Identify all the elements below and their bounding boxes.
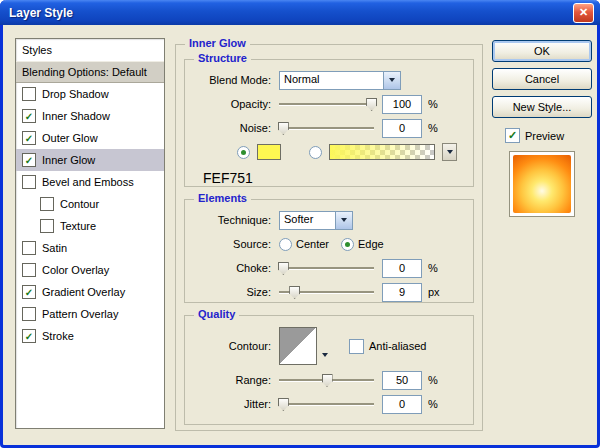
- glow-color-swatch[interactable]: [257, 144, 281, 160]
- contour-label: Contour:: [195, 340, 271, 352]
- gradient-picker-arrow[interactable]: [442, 143, 457, 161]
- checkbox-stroke[interactable]: [22, 329, 36, 343]
- new-style-button[interactable]: New Style...: [492, 96, 592, 118]
- slider-thumb[interactable]: [289, 286, 300, 299]
- contour-row: Contour: Anti-aliased: [189, 324, 469, 368]
- styles-effect-items: Drop ShadowInner ShadowOuter GlowInner G…: [16, 83, 164, 347]
- chevron-down-icon[interactable]: [335, 212, 352, 229]
- checkbox-drop-shadow[interactable]: [22, 87, 36, 101]
- choke-slider[interactable]: [279, 260, 374, 276]
- noise-slider[interactable]: [279, 120, 374, 136]
- opacity-label: Opacity:: [195, 98, 271, 110]
- styles-item-label: Gradient Overlay: [42, 286, 125, 298]
- glow-preview-image: [513, 155, 571, 213]
- slider-thumb[interactable]: [366, 98, 377, 111]
- range-input[interactable]: [382, 371, 422, 390]
- size-label: Size:: [195, 286, 271, 298]
- triangle-icon: [322, 353, 328, 357]
- slider-track: [279, 267, 374, 269]
- noise-input[interactable]: [382, 119, 422, 138]
- jitter-label: Jitter:: [195, 398, 271, 410]
- choke-unit: %: [428, 262, 438, 274]
- styles-item-outer-glow[interactable]: Outer Glow: [16, 127, 164, 149]
- styles-item-satin[interactable]: Satin: [16, 237, 164, 259]
- checkbox-outer-glow[interactable]: [22, 131, 36, 145]
- preview-checkbox[interactable]: [505, 128, 520, 143]
- styles-list: Styles Blending Options: Default Drop Sh…: [15, 38, 165, 429]
- checkbox-pattern-overlay[interactable]: [22, 307, 36, 321]
- size-input[interactable]: [382, 283, 422, 302]
- glow-color-row: [189, 140, 469, 164]
- source-center-radio[interactable]: [279, 238, 292, 251]
- styles-item-label: Contour: [60, 198, 99, 210]
- styles-item-inner-shadow[interactable]: Inner Shadow: [16, 105, 164, 127]
- technique-select[interactable]: Softer: [279, 211, 353, 230]
- gradient-preview[interactable]: [329, 144, 435, 160]
- styles-header[interactable]: Styles: [16, 39, 164, 61]
- styles-item-inner-glow[interactable]: Inner Glow: [16, 149, 164, 171]
- range-label: Range:: [195, 374, 271, 386]
- choke-row: Choke: %: [189, 256, 469, 280]
- styles-item-label: Outer Glow: [42, 132, 98, 144]
- action-column: OK Cancel New Style... Preview: [489, 40, 595, 217]
- styles-item-bevel-and-emboss[interactable]: Bevel and Emboss: [16, 171, 164, 193]
- quality-group: Quality Contour: Anti-aliased Range: %: [184, 315, 474, 425]
- solid-color-radio[interactable]: [237, 146, 250, 159]
- ok-button[interactable]: OK: [492, 40, 592, 62]
- checkbox-satin[interactable]: [22, 241, 36, 255]
- contour-picker-arrow[interactable]: [319, 348, 331, 362]
- technique-value: Softer: [280, 212, 335, 229]
- blend-mode-select[interactable]: Normal: [279, 71, 401, 90]
- range-slider[interactable]: [279, 372, 374, 388]
- structure-group: Structure Blend Mode: Normal Opacity: % …: [184, 59, 474, 187]
- window-titlebar[interactable]: Layer Style ✕: [0, 0, 600, 25]
- checkbox-color-overlay[interactable]: [22, 263, 36, 277]
- checkbox-bevel-and-emboss[interactable]: [22, 175, 36, 189]
- quality-legend: Quality: [194, 308, 239, 320]
- checkbox-inner-glow[interactable]: [22, 153, 36, 167]
- size-slider[interactable]: [279, 284, 374, 300]
- opacity-unit: %: [428, 98, 438, 110]
- styles-item-label: Bevel and Emboss: [42, 176, 134, 188]
- checkbox-texture[interactable]: [40, 219, 54, 233]
- range-unit: %: [428, 374, 438, 386]
- styles-item-stroke[interactable]: Stroke: [16, 325, 164, 347]
- opacity-slider[interactable]: [279, 96, 374, 112]
- choke-label: Choke:: [195, 262, 271, 274]
- jitter-row: Jitter: %: [189, 392, 469, 416]
- checkbox-inner-shadow[interactable]: [22, 109, 36, 123]
- checkbox-contour[interactable]: [40, 197, 54, 211]
- gradient-radio[interactable]: [309, 146, 322, 159]
- jitter-input[interactable]: [382, 395, 422, 414]
- styles-item-gradient-overlay[interactable]: Gradient Overlay: [16, 281, 164, 303]
- choke-input[interactable]: [382, 259, 422, 278]
- color-hex-annotation: FEF751: [203, 170, 253, 186]
- styles-item-pattern-overlay[interactable]: Pattern Overlay: [16, 303, 164, 325]
- contour-picker[interactable]: [279, 327, 317, 365]
- styles-item-contour[interactable]: Contour: [16, 193, 164, 215]
- blending-options-label: Blending Options: Default: [22, 66, 147, 78]
- styles-item-label: Satin: [42, 242, 67, 254]
- styles-item-blending-options[interactable]: Blending Options: Default: [16, 61, 164, 83]
- source-edge-radio[interactable]: [341, 238, 354, 251]
- checkbox-gradient-overlay[interactable]: [22, 285, 36, 299]
- styles-item-texture[interactable]: Texture: [16, 215, 164, 237]
- styles-item-drop-shadow[interactable]: Drop Shadow: [16, 83, 164, 105]
- jitter-slider[interactable]: [279, 396, 374, 412]
- preview-label: Preview: [525, 130, 564, 142]
- styles-item-label: Drop Shadow: [42, 88, 109, 100]
- styles-item-label: Inner Shadow: [42, 110, 110, 122]
- styles-item-color-overlay[interactable]: Color Overlay: [16, 259, 164, 281]
- slider-track: [279, 127, 374, 129]
- slider-thumb[interactable]: [278, 122, 289, 135]
- close-button[interactable]: ✕: [573, 3, 594, 23]
- range-row: Range: %: [189, 368, 469, 392]
- cancel-button[interactable]: Cancel: [492, 68, 592, 90]
- opacity-input[interactable]: [382, 95, 422, 114]
- anti-aliased-checkbox[interactable]: [349, 339, 364, 354]
- slider-thumb[interactable]: [278, 398, 289, 411]
- styles-header-label: Styles: [22, 44, 52, 56]
- slider-thumb[interactable]: [322, 374, 333, 387]
- slider-thumb[interactable]: [278, 262, 289, 275]
- chevron-down-icon[interactable]: [383, 72, 400, 89]
